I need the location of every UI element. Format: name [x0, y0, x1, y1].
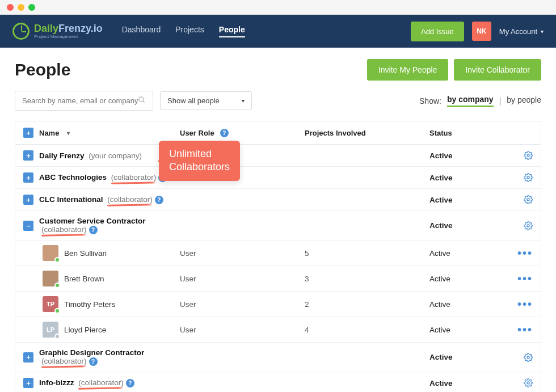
- svg-point-5: [527, 225, 529, 227]
- company-name: ABC Technologies: [39, 173, 107, 182]
- logo[interactable]: DailyFrenzy.io Project Management: [12, 23, 103, 40]
- nav-dashboard[interactable]: Dashboard: [122, 25, 161, 37]
- search-input[interactable]: [22, 96, 138, 105]
- company-row: +Graphic Designer Contractor (collaborat…: [15, 343, 541, 372]
- more-actions-icon[interactable]: •••: [517, 273, 533, 284]
- person-role: User: [180, 300, 305, 309]
- svg-point-2: [527, 154, 529, 157]
- minimize-window-icon[interactable]: [18, 4, 24, 11]
- chevron-down-icon: ▾: [541, 28, 544, 35]
- status-label: Active: [429, 353, 503, 361]
- settings-gear-icon[interactable]: [524, 378, 533, 387]
- column-role: User Role: [180, 129, 214, 137]
- company-row: +Daily Frenzy (your company)Active: [15, 145, 541, 167]
- status-label: Active: [429, 326, 503, 334]
- my-account-menu[interactable]: My Account ▾: [499, 27, 544, 36]
- invite-my-people-button[interactable]: Invite My People: [367, 59, 449, 81]
- main-nav: Dashboard Projects People: [122, 25, 245, 37]
- settings-gear-icon[interactable]: [524, 353, 533, 362]
- status-label: Active: [429, 275, 503, 283]
- maximize-window-icon[interactable]: [28, 4, 35, 11]
- company-name: CLC International: [39, 195, 103, 204]
- column-status: Status: [429, 129, 503, 137]
- people-table: + Name ▾ User Role ? Projects Involved S…: [15, 121, 541, 392]
- add-issue-button[interactable]: Add Issue: [411, 22, 464, 41]
- nav-people[interactable]: People: [219, 25, 245, 37]
- person-name: Ben Sullivan: [64, 249, 107, 258]
- company-name: Graphic Designer Contractor: [39, 348, 144, 357]
- table-header: + Name ▾ User Role ? Projects Involved S…: [15, 121, 541, 145]
- person-projects: 3: [305, 275, 429, 283]
- expand-button[interactable]: +: [23, 150, 33, 161]
- person-role: User: [180, 275, 305, 283]
- expand-button[interactable]: +: [23, 172, 33, 183]
- company-tag: (collaborator): [78, 378, 124, 387]
- help-icon[interactable]: ?: [89, 226, 98, 234]
- expand-all-button[interactable]: +: [23, 128, 33, 138]
- status-label: Active: [429, 249, 503, 258]
- person-projects: 4: [305, 326, 429, 334]
- help-icon[interactable]: ?: [89, 357, 98, 366]
- settings-gear-icon[interactable]: [524, 221, 533, 230]
- user-avatar: [43, 245, 58, 261]
- company-tag: (collaborator): [111, 173, 157, 182]
- person-row: LPLloyd PierceUser4Active•••: [15, 317, 541, 343]
- sort-caret-icon: ▾: [67, 130, 70, 136]
- help-icon[interactable]: ?: [220, 129, 229, 137]
- nav-projects[interactable]: Projects: [175, 25, 204, 37]
- svg-line-1: [143, 101, 145, 103]
- company-row: –Customer Service Contractor (collaborat…: [15, 211, 541, 241]
- close-window-icon[interactable]: [7, 4, 14, 11]
- status-label: Active: [429, 174, 503, 182]
- person-role: User: [180, 249, 305, 258]
- company-row: +ABC Technologies (collaborator)?Active: [15, 167, 541, 189]
- invite-collaborator-button[interactable]: Invite Collaborator: [454, 59, 541, 81]
- expand-button[interactable]: +: [23, 378, 33, 388]
- more-actions-icon[interactable]: •••: [517, 247, 533, 259]
- company-tag: (collaborator): [41, 357, 87, 365]
- show-by-company[interactable]: by company: [447, 95, 494, 107]
- search-input-wrap[interactable]: [15, 91, 153, 111]
- person-row: Brett BrownUser3Active•••: [15, 266, 541, 292]
- search-icon: [138, 96, 146, 106]
- more-actions-icon[interactable]: •••: [517, 324, 533, 335]
- person-projects: 2: [305, 300, 429, 309]
- callout-unlimited-collaborators: Unlimited Collaborators: [159, 141, 240, 181]
- page-title: People: [15, 60, 70, 79]
- person-name: Brett Brown: [64, 275, 104, 283]
- person-row: Ben SullivanUser5Active•••: [15, 241, 541, 266]
- people-filter-select[interactable]: Show all people ▾: [160, 91, 252, 110]
- svg-point-4: [527, 199, 529, 201]
- column-projects: Projects Involved: [305, 129, 429, 137]
- person-name: Timothy Peters: [64, 300, 115, 309]
- svg-point-3: [527, 176, 529, 179]
- status-label: Active: [429, 300, 503, 309]
- company-row: +CLC International (collaborator)?Active: [15, 189, 541, 211]
- expand-button[interactable]: +: [23, 352, 33, 363]
- show-by-people[interactable]: by people: [507, 95, 541, 106]
- help-icon[interactable]: ?: [126, 379, 134, 387]
- user-avatar: TP: [43, 296, 58, 312]
- column-name[interactable]: Name: [39, 129, 59, 137]
- company-name: Daily Frenzy: [39, 151, 85, 160]
- more-actions-icon[interactable]: •••: [517, 298, 533, 310]
- presence-dot-icon: [54, 283, 60, 288]
- user-avatar: LP: [43, 322, 58, 338]
- settings-gear-icon[interactable]: [524, 151, 533, 160]
- settings-gear-icon[interactable]: [524, 195, 533, 204]
- user-avatar: [43, 271, 58, 286]
- person-row: TPTimothy PetersUser2Active•••: [15, 292, 541, 317]
- user-avatar-badge[interactable]: NK: [472, 22, 491, 41]
- settings-gear-icon[interactable]: [524, 173, 533, 182]
- status-label: Active: [429, 151, 503, 160]
- expand-button[interactable]: +: [23, 195, 33, 205]
- person-projects: 5: [305, 249, 429, 258]
- person-role: User: [180, 326, 305, 334]
- window-chrome: [0, 0, 556, 15]
- status-label: Active: [429, 196, 503, 204]
- expand-button[interactable]: –: [23, 221, 33, 231]
- help-icon[interactable]: ?: [155, 196, 163, 204]
- status-label: Active: [429, 379, 503, 387]
- company-name: Customer Service Contractor: [39, 217, 146, 225]
- company-tag: (your company): [89, 151, 142, 160]
